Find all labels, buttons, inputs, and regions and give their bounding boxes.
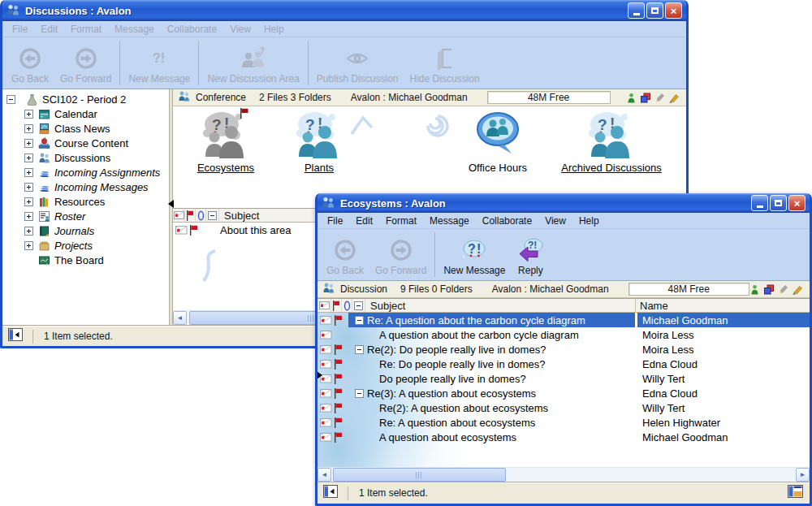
menu-file[interactable]: File: [321, 215, 349, 227]
menu-help[interactable]: Help: [572, 215, 606, 227]
flag-icon: [331, 299, 342, 312]
ecosystems-titlebar[interactable]: Ecosystems : Avalon ×: [317, 193, 810, 213]
subject-column-label[interactable]: Subject: [365, 300, 405, 312]
expand-icon[interactable]: [24, 168, 33, 177]
desktop-item-label[interactable]: Archived Discussions: [561, 162, 662, 174]
message-row[interactable]: Re: A question about ecosystems Helen Hi…: [317, 415, 810, 430]
scroll-left-button[interactable]: ◄: [317, 468, 331, 482]
minimize-button[interactable]: [628, 2, 645, 19]
close-button[interactable]: ×: [665, 2, 682, 19]
message-row[interactable]: A question about the carbon cycle diagra…: [317, 327, 810, 342]
tree-label: Incoming Assignments: [54, 167, 160, 179]
collapse-icon[interactable]: [6, 95, 15, 104]
new-message-button[interactable]: ?! New Message: [438, 229, 511, 280]
publish-discussion-button[interactable]: Publish Discussion: [311, 37, 404, 89]
envelope-icon: [320, 418, 334, 427]
discussions-titlebar[interactable]: Discussions : Avalon ×: [2, 0, 686, 21]
expand-icon[interactable]: [24, 124, 33, 133]
expand-icon[interactable]: [24, 212, 33, 221]
desktop-item-label[interactable]: Plants: [304, 162, 334, 174]
splitter-collapse-arrow[interactable]: [317, 371, 326, 379]
go-back-button[interactable]: Go Back: [6, 37, 54, 89]
message-subject: A question about the carbon cycle diagra…: [379, 329, 579, 341]
menu-help[interactable]: Help: [257, 24, 291, 35]
menu-message[interactable]: Message: [108, 24, 161, 35]
subject-column-label[interactable]: Subject: [219, 210, 259, 222]
tree-item-the-board[interactable]: The Board: [2, 253, 169, 267]
tree-item-journals[interactable]: Journals: [2, 223, 169, 238]
new-message-button[interactable]: ?! New Message: [123, 37, 196, 89]
menu-edit[interactable]: Edit: [349, 215, 379, 227]
message-row[interactable]: Re(3): A question about ecosystems Edna …: [317, 386, 810, 400]
expand-icon[interactable]: [24, 139, 33, 148]
splitter-collapse-arrow[interactable]: [164, 200, 174, 208]
desktop-item-office-hours[interactable]: Office Hours: [441, 110, 555, 174]
scroll-right-button[interactable]: ►: [796, 468, 810, 482]
menu-format[interactable]: Format: [64, 24, 108, 35]
menu-collaborate[interactable]: Collaborate: [161, 24, 223, 35]
message-subject: Re: A question about the carbon cycle di…: [367, 314, 585, 327]
tree-item-incoming-messages[interactable]: Incoming Messages: [2, 179, 169, 194]
expand-icon[interactable]: [24, 110, 33, 119]
close-button[interactable]: ×: [788, 195, 806, 211]
go-forward-button[interactable]: Go Forward: [369, 229, 432, 280]
envelope-icon: [317, 299, 331, 312]
desktop-item-label[interactable]: Office Hours: [469, 162, 527, 174]
window-title: Ecosystems : Avalon: [340, 197, 446, 210]
message-row[interactable]: A question about ecosystems Michael Good…: [317, 430, 810, 444]
tree-item-resources[interactable]: Resources: [2, 194, 169, 209]
ecosystems-window: Ecosystems : Avalon × File Edit Format M…: [315, 193, 812, 506]
collapse-thread-icon[interactable]: [355, 316, 364, 325]
expand-icon[interactable]: [24, 154, 33, 162]
menu-edit[interactable]: Edit: [34, 24, 64, 35]
menu-collaborate[interactable]: Collaborate: [476, 215, 538, 227]
collapse-panel-icon[interactable]: [323, 485, 339, 501]
tree-item-calendar[interactable]: Calendar: [2, 106, 169, 121]
message-horizontal-scrollbar[interactable]: ◄ ►: [317, 467, 810, 482]
desktop-item-label[interactable]: Ecosystems: [197, 162, 254, 174]
menu-message[interactable]: Message: [423, 215, 476, 227]
menu-file[interactable]: File: [6, 24, 34, 35]
scroll-left-button[interactable]: ◄: [173, 311, 187, 325]
collapse-panel-icon[interactable]: [8, 328, 24, 344]
new-discussion-area-button[interactable]: ? New Discussion Area: [201, 37, 304, 89]
tree-item-course-content[interactable]: Course Content: [2, 136, 169, 150]
scrollbar-thumb[interactable]: [333, 468, 506, 482]
message-row[interactable]: Re: A question about the carbon cycle di…: [317, 313, 810, 327]
message-row[interactable]: Re(2): Do people really live in domes? M…: [317, 342, 810, 357]
tree-item-projects[interactable]: Projects: [2, 238, 169, 253]
menu-view[interactable]: View: [223, 24, 257, 35]
tree-item-roster[interactable]: Roster: [2, 209, 169, 223]
reply-button[interactable]: ?! Reply: [511, 229, 550, 280]
tree-item-class-news[interactable]: Class News: [2, 121, 169, 136]
tree-item-incoming-assignments[interactable]: Incoming Assignments: [2, 165, 169, 179]
tree-item-discussions[interactable]: Discussions: [2, 150, 169, 165]
desktop-item-archived-discussions[interactable]: ?! Archived Discussions: [546, 110, 676, 174]
expand-icon[interactable]: [24, 241, 33, 250]
menu-view[interactable]: View: [538, 215, 572, 227]
hide-discussion-button[interactable]: Hide Discussion: [404, 37, 486, 89]
conference-icon: [178, 90, 191, 105]
scrollbar-track[interactable]: [331, 468, 796, 482]
message-author: Michael Goodman: [635, 430, 810, 444]
maximize-button[interactable]: [770, 195, 787, 211]
split-view-icon[interactable]: [788, 485, 804, 501]
expand-icon[interactable]: [24, 227, 33, 236]
tree-item-sci102[interactable]: SCI102 - Period 2: [2, 92, 169, 106]
collapse-thread-icon[interactable]: [355, 389, 364, 398]
go-forward-button[interactable]: Go Forward: [54, 37, 117, 89]
maximize-button[interactable]: [646, 2, 663, 19]
message-row[interactable]: Do people really live in domes? Willy Te…: [317, 371, 810, 386]
message-row[interactable]: Re(2): A question about ecosystems Willy…: [317, 400, 810, 415]
expand-icon[interactable]: [24, 183, 33, 192]
message-row[interactable]: Re: Do people really live in domes? Edna…: [317, 357, 810, 371]
collapse-all-icon[interactable]: [206, 209, 219, 222]
collapse-all-icon[interactable]: [352, 299, 365, 312]
name-column-label[interactable]: Name: [635, 299, 668, 312]
minimize-button[interactable]: [751, 195, 768, 211]
menu-format[interactable]: Format: [379, 215, 423, 227]
desktop-item-plants[interactable]: ?! Plants: [262, 110, 376, 174]
go-back-button[interactable]: Go Back: [321, 229, 369, 280]
collapse-thread-icon[interactable]: [355, 345, 364, 354]
expand-icon[interactable]: [24, 197, 33, 206]
